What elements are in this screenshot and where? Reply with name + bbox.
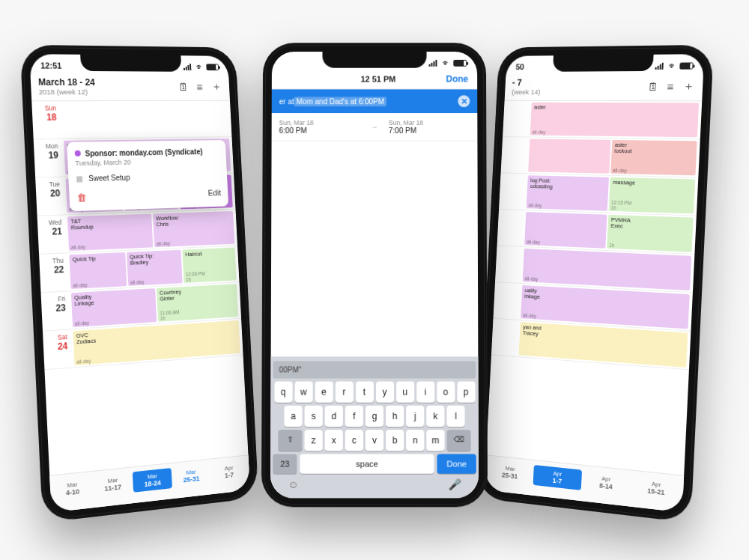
day-row: asterall-day xyxy=(503,101,702,140)
week-grid: asterall-dayasterlockoutall-daylog Post:… xyxy=(491,101,702,371)
letter-key[interactable]: e xyxy=(315,382,333,403)
keyboard-done-key[interactable]: Done xyxy=(437,454,476,473)
mic-icon[interactable]: 🎤 xyxy=(449,478,461,490)
letter-key[interactable]: r xyxy=(335,382,353,403)
letter-key[interactable]: w xyxy=(294,382,312,403)
to-time: 7:00 PM xyxy=(389,127,470,135)
done-button[interactable]: Done xyxy=(446,74,468,85)
letter-key[interactable]: m xyxy=(426,430,444,451)
day-label: Sun18 xyxy=(31,101,61,139)
time-range[interactable]: Sun, Mar 18 6:00 PM → Sun, Mar 18 7:00 P… xyxy=(272,113,478,141)
week-nav-item[interactable]: Apr1-7 xyxy=(210,460,248,484)
battery-icon xyxy=(679,62,693,69)
natural-language-input[interactable]: er at Mom and Dad's at 6:00PM ✕ xyxy=(272,89,478,113)
letter-key[interactable]: c xyxy=(345,430,363,451)
wifi-icon: ᯤ xyxy=(195,62,204,71)
letter-key[interactable]: h xyxy=(386,406,404,427)
letter-key[interactable]: f xyxy=(345,406,363,427)
letter-key[interactable]: a xyxy=(284,406,302,427)
letter-key[interactable]: d xyxy=(325,406,343,427)
add-icon[interactable]: ＋ xyxy=(210,80,222,94)
popup-title: Sponsor: monday.com (Syndicate) xyxy=(85,147,202,157)
week-nav-item[interactable]: Mar11-17 xyxy=(92,472,133,496)
letter-key[interactable]: y xyxy=(376,382,394,403)
event-block[interactable]: CourtneyGinter11:00 AM1h xyxy=(157,284,238,322)
letter-key[interactable]: u xyxy=(396,382,414,403)
letter-key[interactable]: j xyxy=(406,406,424,427)
week-nav-item[interactable]: Apr8-14 xyxy=(581,470,631,496)
event-block[interactable]: asterlockoutall-day xyxy=(610,140,697,175)
battery-icon xyxy=(206,64,219,70)
event-popup[interactable]: Sponsor: monday.com (Syndicate) Tuesday,… xyxy=(67,140,228,211)
phone-center: ᯤ 12 51 PM Done er at Mom and Dad's at 6… xyxy=(261,43,488,507)
event-block[interactable]: T&TRoundupall-day xyxy=(67,214,153,252)
letter-key[interactable]: g xyxy=(366,406,383,427)
space-key[interactable]: space xyxy=(300,454,434,473)
delete-button[interactable]: 🗑 xyxy=(76,192,87,204)
header-subtitle: 2018 (week 12) xyxy=(39,88,174,96)
event-block[interactable]: PVMHAExec1h xyxy=(607,215,694,252)
edit-button[interactable]: Edit xyxy=(207,188,221,199)
letter-key[interactable]: b xyxy=(386,430,404,451)
day-label xyxy=(495,246,521,282)
day-label: Fri23 xyxy=(41,291,70,330)
popup-subtitle: Tuesday, March 20 xyxy=(75,157,219,168)
letter-key[interactable]: n xyxy=(406,430,424,451)
event-block[interactable]: log Post:odcastingall-day xyxy=(527,175,609,210)
letter-key[interactable]: t xyxy=(355,382,373,403)
day-row: Sun18 xyxy=(31,101,231,140)
numeric-key[interactable]: 23 xyxy=(273,454,297,473)
week-nav-item[interactable]: Mar18-24 xyxy=(133,468,173,493)
header-subtitle: (week 14) xyxy=(512,88,642,96)
event-block[interactable]: Workflow:Chrisall-day xyxy=(153,211,234,247)
letter-key[interactable]: q xyxy=(274,382,292,403)
letter-key[interactable]: o xyxy=(437,382,455,403)
event-block[interactable]: massage12:15 PM1h xyxy=(609,177,696,214)
day-label: Sat24 xyxy=(43,329,72,369)
letter-key[interactable]: i xyxy=(416,382,434,403)
day-label: Mon19 xyxy=(34,139,63,177)
letter-key[interactable]: p xyxy=(457,382,475,403)
event-block[interactable]: Quick Tip:Bradleyall-day xyxy=(127,250,183,286)
event-block[interactable] xyxy=(528,139,610,173)
event-block[interactable]: all-day xyxy=(523,249,692,290)
calendar-icon[interactable]: 🗓 xyxy=(177,80,190,93)
week-nav-item[interactable]: Mar4-10 xyxy=(52,476,94,502)
day-label xyxy=(497,210,524,246)
week-nav-item[interactable]: Mar25-31 xyxy=(486,460,534,484)
week-nav-item[interactable]: Apr15-21 xyxy=(631,475,682,502)
event-block[interactable]: QualityLinkageall-day xyxy=(71,288,157,327)
letter-key[interactable]: x xyxy=(325,430,343,451)
keyboard-suggestion[interactable]: 00PM" xyxy=(273,361,476,378)
event-block[interactable]: asterall-day xyxy=(530,103,699,137)
event-block[interactable]: Quick Tipall-day xyxy=(69,252,127,289)
week-nav: Mar4-10Mar11-17Mar18-24Mar25-31Apr1-7 xyxy=(49,454,250,512)
week-nav-item[interactable]: Mar25-31 xyxy=(172,464,210,488)
from-date: Sun, Mar 18 xyxy=(279,119,360,127)
letter-key[interactable]: l xyxy=(446,406,464,427)
arrow-icon: → xyxy=(368,123,381,131)
letter-key[interactable]: z xyxy=(304,430,322,451)
shift-key[interactable]: ⇧ xyxy=(278,430,302,451)
calendar-icon[interactable]: 🗓 xyxy=(646,80,660,93)
day-label xyxy=(503,101,529,137)
list-icon[interactable]: ≡ xyxy=(193,81,206,94)
emoji-icon[interactable]: ☺ xyxy=(288,478,298,490)
new-event-header: 12 51 PM Done xyxy=(272,71,477,90)
add-icon[interactable]: ＋ xyxy=(682,79,696,94)
backspace-key[interactable]: ⌫ xyxy=(446,430,470,451)
day-label xyxy=(494,282,520,320)
event-block[interactable]: all-day xyxy=(524,212,607,249)
letter-key[interactable]: v xyxy=(366,430,383,451)
to-date: Sun, Mar 18 xyxy=(389,119,470,127)
from-time: 6:00 PM xyxy=(279,127,361,135)
letter-key[interactable]: s xyxy=(305,406,323,427)
list-icon[interactable]: ≡ xyxy=(664,80,678,93)
header-title: March 18 - 24 xyxy=(38,77,173,88)
week-nav-item[interactable]: Apr1-7 xyxy=(533,465,583,490)
notch xyxy=(80,55,181,72)
signal-icon xyxy=(655,62,666,69)
event-block[interactable]: Haircut12:00 PM1h xyxy=(182,248,236,284)
letter-key[interactable]: k xyxy=(426,406,444,427)
clear-icon[interactable]: ✕ xyxy=(458,95,470,107)
